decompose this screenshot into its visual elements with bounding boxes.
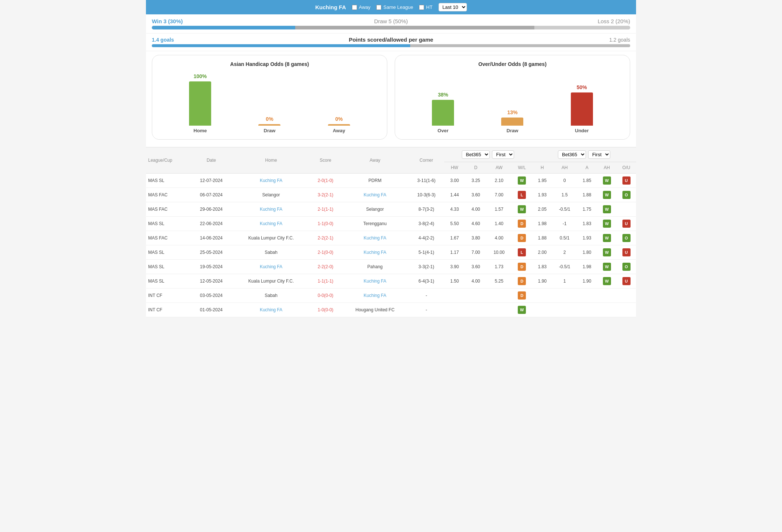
cell-date: 14-06-2024 (190, 231, 232, 245)
th-ah2: AH (597, 162, 617, 174)
goals-bar-left (152, 44, 410, 47)
ou-over-item: 38% Over (432, 92, 454, 133)
cell-away: Kuching FA (341, 245, 409, 260)
draw-bar (295, 26, 534, 29)
cell-d: 4.00 (465, 274, 486, 288)
cell-a: 1.90 (577, 274, 597, 288)
cell-league: INT CF (146, 288, 190, 303)
cell-ah: -0.5/1 (552, 202, 577, 217)
th-hw: HW (444, 162, 465, 174)
cell-ah (552, 303, 577, 317)
ou-under-bar (571, 92, 593, 126)
cell-date: 29-06-2024 (190, 202, 232, 217)
cell-corner: 6-4(3-1) (409, 274, 444, 288)
draw-stat: Draw 5 (50%) (226, 18, 556, 24)
cell-h (532, 288, 552, 303)
cell-ah (552, 288, 577, 303)
cell-ah: 1 (552, 274, 577, 288)
first-select-2[interactable]: First (588, 150, 610, 159)
cell-aw (486, 288, 512, 303)
cell-d: 3.80 (465, 231, 486, 245)
cell-wl: D (512, 274, 532, 288)
matches-table: League/Cup Date Home Score Away Corner B… (146, 147, 636, 317)
th-away: Away (341, 147, 409, 174)
cell-score: 2-1(0-0) (310, 245, 341, 260)
ah-draw-label: Draw (264, 128, 276, 133)
wdl-progress-bar (152, 26, 630, 29)
cell-hw: 1.44 (444, 188, 465, 202)
table-row: INT CF 03-05-2024 Sabah 0-0(0-0) Kuching… (146, 288, 636, 303)
cell-d: 3.25 (465, 174, 486, 188)
cell-ah: 0 (552, 174, 577, 188)
cell-h: 1.88 (532, 231, 552, 245)
cell-score: 1-0(0-0) (310, 303, 341, 317)
cell-home: Selangor (232, 188, 310, 202)
table-body: MAS SL 12-07-2024 Kuching FA 2-0(1-0) PD… (146, 174, 636, 317)
cell-aw: 2.10 (486, 174, 512, 188)
th-date: Date (190, 147, 232, 174)
away-checkbox[interactable] (352, 5, 357, 10)
loss-bar (534, 26, 630, 29)
same-league-checkbox[interactable] (376, 5, 381, 10)
cell-h: 1.93 (532, 188, 552, 202)
cell-home: Kuching FA (232, 303, 310, 317)
cell-score: 2-2(2-0) (310, 260, 341, 274)
cell-ah2: W (597, 188, 617, 202)
cell-league: MAS SL (146, 245, 190, 260)
cell-score: 2-1(1-1) (310, 202, 341, 217)
cell-wl: D (512, 231, 532, 245)
cell-hw: 3.90 (444, 260, 465, 274)
cell-ou: D (617, 202, 636, 217)
ah-home-bar (189, 81, 211, 126)
table-row: MAS SL 22-06-2024 Kuching FA 1-1(0-0) Te… (146, 217, 636, 231)
cell-away: PDRM (341, 174, 409, 188)
cell-a (577, 288, 597, 303)
loss-stat: Loss 2 (20%) (556, 18, 630, 24)
th-bet365-group1: Bet365 First (444, 147, 532, 162)
cell-away: Hougang United FC (341, 303, 409, 317)
cell-corner: 3-8(2-4) (409, 217, 444, 231)
last-n-dropdown[interactable]: Last 10 Last 6 Last 20 (439, 3, 467, 11)
cell-a: 1.98 (577, 260, 597, 274)
cell-score: 1-1(0-0) (310, 217, 341, 231)
cell-wl: L (512, 188, 532, 202)
cell-home: Kuala Lumpur City F.C. (232, 274, 310, 288)
cell-corner: 4-4(2-2) (409, 231, 444, 245)
cell-h: 1.98 (532, 217, 552, 231)
ou-over-label: Over (437, 128, 448, 133)
asian-handicap-panel: Asian Handicap Odds (8 games) 100% Home … (152, 55, 387, 140)
cell-league: MAS FAC (146, 188, 190, 202)
cell-date: 03-05-2024 (190, 288, 232, 303)
goals-bar-right (410, 44, 630, 47)
cell-wl: L (512, 245, 532, 260)
cell-aw: 7.00 (486, 188, 512, 202)
cell-a: 1.85 (577, 174, 597, 188)
bet365-select-2[interactable]: Bet365 (558, 150, 586, 159)
ou-draw-bar (501, 118, 523, 126)
ou-draw-label: Draw (507, 128, 519, 133)
away-label: Away (359, 4, 371, 10)
win-stat: Win 3 (30%) (152, 18, 226, 24)
cell-away: Kuching FA (341, 231, 409, 245)
th-league: League/Cup (146, 147, 190, 174)
cell-date: 12-05-2024 (190, 274, 232, 288)
cell-corner: 3-3(2-1) (409, 260, 444, 274)
cell-ah: 0.5/1 (552, 231, 577, 245)
bet365-select-1[interactable]: Bet365 (462, 150, 490, 159)
win-bar (152, 26, 295, 29)
first-select-1[interactable]: First (492, 150, 514, 159)
cell-hw: 1.17 (444, 245, 465, 260)
ht-checkbox[interactable] (419, 5, 424, 10)
cell-corner: 8-7(3-2) (409, 202, 444, 217)
ah-draw-bar (258, 124, 280, 126)
cell-ah: 1.5 (552, 188, 577, 202)
cell-ou (617, 303, 636, 317)
cell-away: Terengganu (341, 217, 409, 231)
table-row: MAS SL 25-05-2024 Sabah 2-1(0-0) Kuching… (146, 245, 636, 260)
ah-draw-item: 0% Draw (258, 116, 280, 133)
ah-away-bar (328, 124, 350, 126)
cell-home: Sabah (232, 288, 310, 303)
cell-ou: U (617, 245, 636, 260)
cell-hw: 5.50 (444, 217, 465, 231)
cell-hw: 3.00 (444, 174, 465, 188)
